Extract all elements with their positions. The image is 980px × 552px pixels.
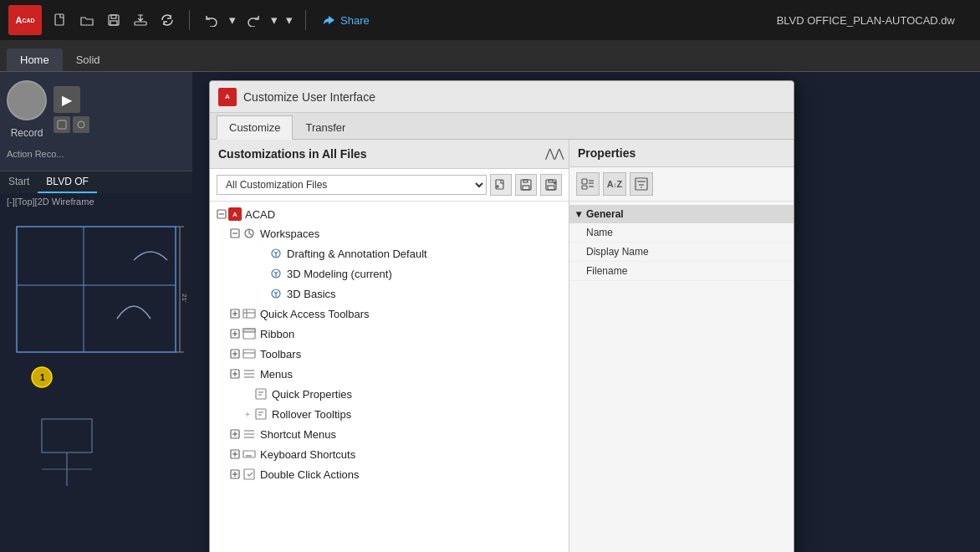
expand-drafting — [255, 247, 268, 260]
tree-item-rollover[interactable]: + Rollover Tooltips — [210, 404, 569, 424]
svg-rect-0 — [55, 14, 64, 25]
tree-label-menus: Menus — [260, 368, 293, 381]
more-dropdown[interactable]: ▾ — [283, 8, 295, 32]
tree-item-menus[interactable]: Menus — [210, 364, 569, 384]
svg-rect-23 — [523, 180, 528, 182]
tree-item-double-click[interactable]: Double Click Actions — [210, 464, 569, 484]
svg-rect-82 — [244, 469, 254, 479]
tree-item-shortcut-menus[interactable]: Shortcut Menus — [210, 424, 569, 444]
tree-item-quick-access[interactable]: Quick Access Toolbars — [210, 304, 569, 324]
tree-content[interactable]: A ACAD Workspace — [210, 202, 569, 552]
displayname-label: Display Name — [586, 246, 649, 258]
quick-access-icon — [242, 306, 257, 321]
tree-item-keyboard[interactable]: Keyboard Shortcuts — [210, 444, 569, 464]
filter-btn[interactable] — [630, 172, 653, 196]
record-tool-1[interactable] — [54, 116, 70, 133]
record-btn-area: Record ▶ — [7, 80, 186, 139]
toolbars-icon — [242, 346, 257, 361]
svg-rect-59 — [256, 389, 266, 399]
tab-customize[interactable]: Customize — [217, 115, 293, 140]
separator-2 — [305, 10, 306, 30]
expand-keyboard[interactable] — [228, 447, 242, 461]
svg-rect-40 — [243, 309, 255, 318]
acad-logo-icon: A CAD — [8, 5, 42, 35]
title-bar: A CAD ▾ ▾ ▾ — [0, 0, 980, 40]
collapse-all-icon[interactable]: ⋀⋀ — [545, 146, 560, 161]
tree-label-shortcut-menus: Shortcut Menus — [260, 428, 336, 441]
tree-label-workspaces: Workspaces — [260, 227, 319, 240]
svg-rect-88 — [635, 178, 647, 190]
svg-rect-7 — [17, 227, 176, 352]
play-button[interactable]: ▶ — [54, 86, 80, 113]
tree-label-ribbon: Ribbon — [260, 328, 294, 340]
cui-title: Customize User Interface — [243, 90, 375, 104]
tree-item-drafting[interactable]: Drafting & Annotation Default — [210, 243, 569, 263]
tab-blvd[interactable]: BLVD OF — [38, 171, 96, 193]
shortcut-menus-icon — [242, 427, 257, 442]
save-button[interactable] — [102, 8, 125, 32]
tab-start[interactable]: Start — [0, 171, 38, 193]
tree-item-workspaces[interactable]: Workspaces — [210, 223, 569, 243]
tree-item-basics[interactable]: 3D Basics — [210, 284, 569, 304]
expand-toolbars[interactable] — [228, 347, 242, 360]
tab-transfer[interactable]: Transfer — [293, 115, 358, 139]
export-button[interactable] — [129, 8, 152, 32]
action-record-section: Record ▶ Action Reco... — [0, 72, 192, 171]
save-file-btn[interactable] — [515, 174, 537, 196]
props-general-section: ▾ General Name Display Name Filename — [569, 202, 794, 284]
tab-solid[interactable]: Solid — [63, 49, 114, 71]
cui-dialog: A Customize User Interface Customize Tra… — [209, 80, 794, 552]
props-row-displayname: Display Name — [569, 243, 794, 262]
svg-rect-16 — [42, 419, 92, 452]
expand-modeling — [255, 267, 268, 280]
svg-rect-24 — [523, 186, 529, 190]
expand-menus[interactable] — [228, 367, 242, 381]
tree-item-modeling[interactable]: 3D Modeling (current) — [210, 263, 569, 284]
sort-az-btn[interactable]: A↕Z — [603, 172, 626, 196]
tree-label-keyboard: Keyboard Shortcuts — [260, 448, 355, 461]
expand-quick-access[interactable] — [228, 307, 242, 320]
svg-rect-2 — [111, 15, 116, 18]
modeling-icon — [268, 266, 283, 281]
expand-double-click[interactable] — [228, 468, 242, 481]
action-rec-label: Action Reco... — [7, 146, 186, 162]
tree-item-quick-props[interactable]: Quick Properties — [210, 384, 569, 404]
tab-home[interactable]: Home — [7, 49, 63, 71]
svg-rect-3 — [110, 21, 117, 25]
undo-button[interactable] — [200, 8, 223, 32]
tree-label-modeling: 3D Modeling (current) — [287, 268, 392, 280]
tree-item-ribbon[interactable]: Ribbon — [210, 324, 569, 344]
expand-quick-props — [228, 387, 242, 401]
props-toolbar: A↕Z — [569, 167, 794, 202]
expand-workspaces[interactable] — [228, 227, 242, 240]
redo-dropdown[interactable]: ▾ — [268, 8, 280, 32]
tree-item-toolbars[interactable]: Toolbars — [210, 344, 569, 364]
expand-ribbon[interactable] — [228, 327, 242, 340]
share-button[interactable]: Share — [316, 10, 376, 30]
sync-button[interactable] — [156, 8, 179, 32]
record-tool-2[interactable] — [73, 116, 89, 133]
open-button[interactable] — [75, 8, 99, 32]
expand-acad[interactable] — [215, 207, 228, 221]
new-button[interactable] — [48, 8, 72, 32]
filter-select[interactable]: All Customization Files — [217, 175, 487, 195]
canvas-area: A Customize User Interface Customize Tra… — [192, 72, 980, 552]
redo-button[interactable] — [242, 8, 265, 32]
main-area: Record ▶ Action Reco... Start — [0, 72, 980, 552]
ribbon-tabs: Home Solid — [0, 40, 980, 72]
drafting-icon — [268, 246, 283, 261]
svg-rect-51 — [243, 350, 255, 358]
svg-rect-5 — [58, 120, 66, 129]
tab-row: Start BLVD OF — [0, 171, 192, 193]
collapse-general-icon[interactable]: ▾ — [576, 208, 581, 220]
tree-label-double-click: Double Click Actions — [260, 468, 360, 481]
rollover-connector: + — [242, 409, 253, 419]
expand-shortcut-menus[interactable] — [228, 427, 242, 441]
undo-dropdown[interactable]: ▾ — [227, 8, 238, 32]
svg-text:1: 1 — [40, 373, 45, 382]
saveas-file-btn[interactable]: + — [540, 174, 562, 196]
new-file-btn[interactable] — [490, 174, 512, 196]
tree-item-acad[interactable]: A ACAD — [210, 205, 569, 223]
sort-category-btn[interactable] — [576, 172, 600, 196]
view-label: [-][Top][2D Wireframe — [0, 193, 192, 210]
